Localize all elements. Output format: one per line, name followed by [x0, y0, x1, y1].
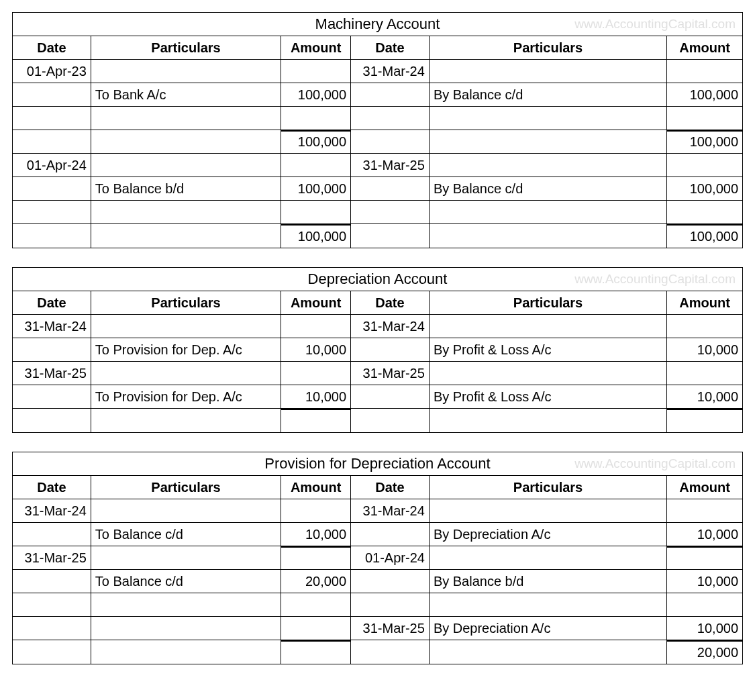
particulars-cell: By Balance b/d: [430, 570, 667, 593]
date-cell: 31-Mar-24: [351, 499, 430, 523]
ledger-title-row: Provision for Depreciation Accountwww.Ac…: [13, 452, 742, 476]
date-cell: [351, 593, 430, 617]
date-cell: [13, 177, 91, 201]
amount-cell: 10,000: [667, 385, 742, 409]
date-cell: [351, 640, 430, 664]
date-cell: [13, 640, 91, 664]
col-amount-header: Amount: [667, 291, 742, 315]
date-cell: [351, 201, 430, 224]
date-cell: [13, 130, 91, 154]
amount-cell: [281, 107, 351, 130]
amount-cell: 100,000: [667, 177, 742, 201]
date-cell: 01-Apr-24: [13, 154, 91, 177]
particulars-cell: [91, 409, 281, 432]
date-cell: 31-Mar-25: [351, 362, 430, 385]
amount-cell: [667, 60, 742, 83]
date-cell: [13, 224, 91, 248]
particulars-cell: [430, 640, 667, 664]
amount-cell: [667, 201, 742, 224]
table-row: 100,000100,000: [13, 130, 742, 154]
date-cell: 31-Mar-24: [13, 499, 91, 523]
amount-cell: 100,000: [281, 177, 351, 201]
particulars-cell: By Balance c/d: [430, 83, 667, 107]
date-cell: 31-Mar-24: [351, 315, 430, 338]
col-date-header: Date: [13, 36, 91, 60]
amount-cell: 100,000: [281, 83, 351, 107]
date-cell: [351, 338, 430, 362]
col-particulars-header: Particulars: [430, 291, 667, 315]
date-cell: 31-Mar-25: [351, 154, 430, 177]
date-cell: 31-Mar-24: [351, 60, 430, 83]
amount-cell: 10,000: [281, 523, 351, 546]
date-cell: [351, 177, 430, 201]
ledger-title: Provision for Depreciation Account: [264, 455, 490, 472]
table-row: 01-Apr-2431-Mar-25: [13, 154, 742, 177]
ledger-title-row: Depreciation Accountwww.AccountingCapita…: [13, 268, 742, 291]
date-cell: [351, 523, 430, 546]
date-cell: [13, 201, 91, 224]
amount-cell: [281, 617, 351, 640]
table-row: To Balance b/d100,000By Balance c/d100,0…: [13, 177, 742, 201]
particulars-cell: To Balance b/d: [91, 177, 281, 201]
amount-cell: [281, 499, 351, 523]
date-cell: [13, 409, 91, 432]
particulars-cell: By Depreciation A/c: [430, 523, 667, 546]
column-header-row: DateParticularsAmountDateParticularsAmou…: [13, 291, 742, 315]
particulars-cell: To Provision for Dep. A/c: [91, 385, 281, 409]
ledger-title-row: Machinery Accountwww.AccountingCapital.c…: [13, 13, 742, 36]
table-row: 31-Mar-2431-Mar-24: [13, 315, 742, 338]
particulars-cell: [430, 154, 667, 177]
amount-cell: [281, 154, 351, 177]
particulars-cell: To Provision for Dep. A/c: [91, 338, 281, 362]
particulars-cell: [91, 546, 281, 570]
date-cell: [351, 385, 430, 409]
particulars-cell: [91, 315, 281, 338]
amount-cell: 100,000: [281, 130, 351, 154]
table-row: 100,000100,000: [13, 224, 742, 248]
table-row: To Balance c/d20,000By Balance b/d10,000: [13, 570, 742, 593]
particulars-cell: [91, 224, 281, 248]
date-cell: 31-Mar-24: [13, 315, 91, 338]
date-cell: 31-Mar-25: [351, 617, 430, 640]
particulars-cell: [91, 130, 281, 154]
amount-cell: 10,000: [667, 338, 742, 362]
particulars-cell: [430, 201, 667, 224]
date-cell: [351, 224, 430, 248]
date-cell: [351, 107, 430, 130]
particulars-cell: [430, 362, 667, 385]
date-cell: 01-Apr-23: [13, 60, 91, 83]
particulars-cell: To Balance c/d: [91, 570, 281, 593]
amount-cell: 100,000: [667, 83, 742, 107]
date-cell: [351, 570, 430, 593]
col-date-header: Date: [13, 476, 91, 499]
ledger-account: Provision for Depreciation Accountwww.Ac…: [12, 452, 743, 664]
amount-cell: 10,000: [281, 385, 351, 409]
particulars-cell: [430, 409, 667, 432]
date-cell: [13, 83, 91, 107]
col-amount-header: Amount: [667, 36, 742, 60]
particulars-cell: [91, 201, 281, 224]
amount-cell: [667, 546, 742, 570]
watermark: www.AccountingCapital.com: [574, 17, 736, 32]
col-date-header: Date: [351, 291, 430, 315]
particulars-cell: To Bank A/c: [91, 83, 281, 107]
col-particulars-header: Particulars: [91, 476, 281, 499]
amount-cell: [281, 362, 351, 385]
table-row: 31-Mar-2531-Mar-25: [13, 362, 742, 385]
particulars-cell: [430, 224, 667, 248]
amount-cell: [667, 362, 742, 385]
table-row: To Provision for Dep. A/c10,000By Profit…: [13, 338, 742, 362]
table-row: 31-Mar-2431-Mar-24: [13, 499, 742, 523]
amount-cell: [281, 640, 351, 664]
amount-cell: [281, 546, 351, 570]
particulars-cell: [430, 107, 667, 130]
amount-cell: [667, 593, 742, 617]
date-cell: [13, 523, 91, 546]
col-amount-header: Amount: [281, 476, 351, 499]
amount-cell: 100,000: [281, 224, 351, 248]
date-cell: 01-Apr-24: [351, 546, 430, 570]
particulars-cell: By Profit & Loss A/c: [430, 385, 667, 409]
table-row: [13, 409, 742, 432]
particulars-cell: By Profit & Loss A/c: [430, 338, 667, 362]
ledger-title: Depreciation Account: [308, 270, 448, 288]
